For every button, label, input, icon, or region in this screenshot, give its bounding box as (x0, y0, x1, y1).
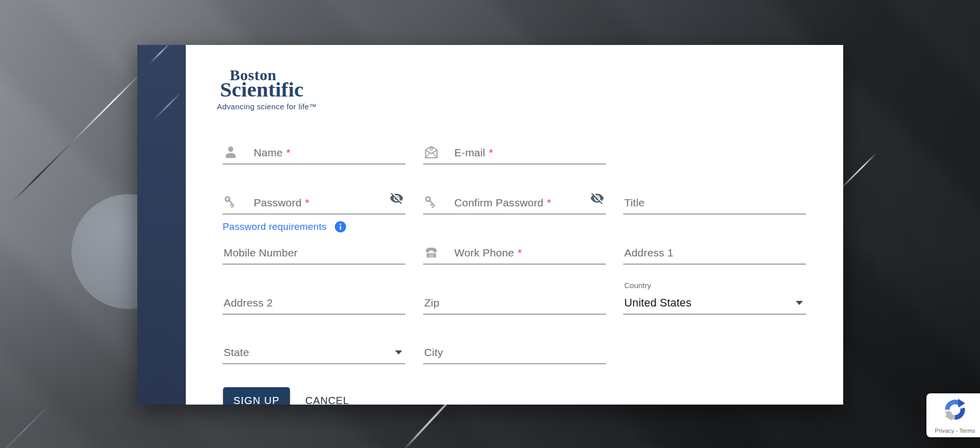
title-label: Title (624, 197, 645, 209)
recaptcha-badge[interactable]: Privacy - Terms (926, 393, 980, 437)
confirm-password-field[interactable]: Confirm Password* (423, 187, 606, 215)
decor-streak (150, 45, 172, 64)
chevron-down-icon[interactable] (395, 350, 402, 355)
country-select[interactable]: Country United States (623, 287, 806, 315)
required-asterisk: * (286, 147, 290, 158)
mobile-number-field[interactable]: Mobile Number (223, 237, 405, 265)
work-phone-field[interactable]: Work Phone* (423, 237, 606, 265)
mobile-number-label: Mobile Number (224, 247, 298, 259)
name-label: Name* (254, 147, 290, 159)
person-icon (223, 145, 238, 160)
email-label: E-mail* (454, 147, 493, 159)
key-icon (223, 195, 238, 210)
chevron-down-icon[interactable] (796, 301, 803, 305)
confirm-password-label: Confirm Password* (454, 197, 551, 209)
state-select[interactable]: State (223, 337, 405, 364)
sign-up-button[interactable]: SIGN UP (223, 387, 290, 405)
page: { "logo": { "line1": "Boston", "line2": … (0, 0, 980, 448)
zip-field[interactable]: Zip (423, 287, 606, 315)
brand-strip (137, 45, 186, 405)
address2-field[interactable]: Address 2 (223, 287, 405, 315)
logo-tagline: Advancing science for life™ (217, 102, 317, 111)
address2-label: Address 2 (224, 297, 273, 309)
email-field[interactable]: E-mail* (423, 137, 606, 164)
password-field[interactable]: Password* (223, 187, 405, 215)
logo-text-scientific: Scientific (220, 77, 304, 102)
signup-card: Boston Scientific Advancing science for … (186, 45, 843, 405)
address1-label: Address 1 (624, 247, 673, 259)
state-label: State (224, 346, 249, 359)
info-icon[interactable] (334, 221, 347, 233)
required-asterisk: * (518, 247, 522, 258)
required-asterisk: * (547, 197, 551, 208)
email-envelope-icon (424, 145, 439, 160)
password-visibility-off-icon[interactable] (389, 191, 404, 205)
country-value: United States (624, 297, 692, 310)
password-label: Password* (254, 197, 309, 209)
title-field[interactable]: Title (623, 187, 806, 215)
country-label: Country (624, 281, 651, 290)
required-asterisk: * (305, 197, 309, 208)
phone-icon (424, 245, 439, 260)
city-label: City (424, 346, 443, 359)
city-field[interactable]: City (423, 337, 606, 364)
required-asterisk: * (489, 147, 493, 158)
decor-streak (153, 92, 182, 121)
key-icon (424, 195, 439, 210)
address1-field[interactable]: Address 1 (623, 237, 806, 265)
password-visibility-off-icon[interactable] (590, 191, 604, 205)
password-requirements-row: Password requirements (223, 221, 347, 233)
password-requirements-link[interactable]: Password requirements (223, 221, 327, 232)
zip-label: Zip (424, 297, 439, 309)
name-field[interactable]: Name* (223, 137, 405, 164)
recaptcha-icon (942, 397, 968, 422)
cancel-button[interactable]: CANCEL (299, 387, 355, 405)
work-phone-label: Work Phone* (454, 247, 522, 259)
recaptcha-privacy-terms[interactable]: Privacy - Terms (926, 428, 980, 434)
signup-panel: Boston Scientific Advancing science for … (137, 45, 843, 405)
